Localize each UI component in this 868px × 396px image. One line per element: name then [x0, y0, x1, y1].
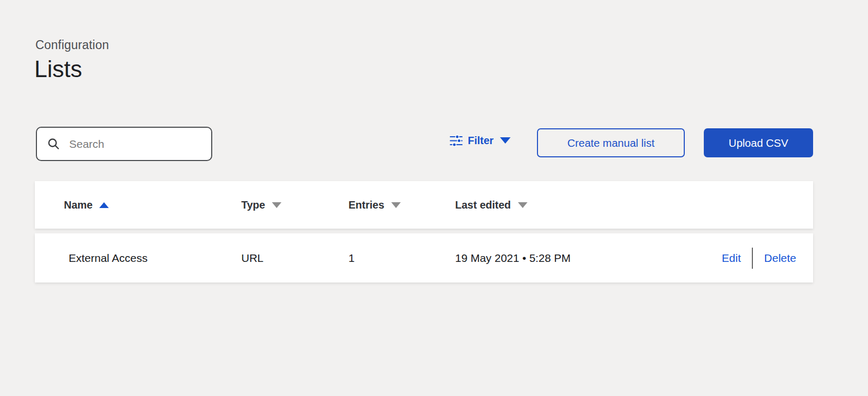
edit-link[interactable]: Edit: [722, 252, 741, 265]
list-name-cell: External Access: [64, 252, 241, 265]
column-header-entries[interactable]: Entries: [348, 199, 455, 211]
row-actions: Edit Delete: [622, 248, 796, 269]
column-header-type[interactable]: Type: [241, 199, 348, 211]
upload-csv-label: Upload CSV: [729, 137, 788, 149]
caret-down-icon: [272, 202, 281, 208]
search-box: [36, 127, 212, 161]
column-header-name-label: Name: [64, 199, 92, 211]
search-icon: [47, 137, 60, 150]
create-manual-list-label: Create manual list: [567, 137, 654, 149]
page-title: Lists: [34, 56, 82, 82]
action-divider: [752, 248, 753, 269]
column-header-entries-label: Entries: [348, 199, 384, 211]
column-header-type-label: Type: [241, 199, 265, 211]
table-row: External Access URL 1 19 May 2021 • 5:28…: [35, 233, 813, 282]
list-type-cell: URL: [241, 252, 348, 265]
caret-down-icon: [518, 202, 527, 208]
list-last-edited-cell: 19 May 2021 • 5:28 PM: [455, 252, 622, 265]
column-header-last-edited[interactable]: Last edited: [455, 199, 622, 211]
create-manual-list-button[interactable]: Create manual list: [537, 128, 685, 157]
caret-down-icon: [391, 202, 401, 208]
search-input[interactable]: [68, 137, 201, 151]
sliders-icon: [450, 135, 463, 147]
upload-csv-button[interactable]: Upload CSV: [704, 128, 813, 157]
table-header-row: Name Type Entries Last edited: [35, 181, 813, 229]
column-header-name[interactable]: Name: [64, 199, 241, 211]
caret-down-icon: [500, 137, 511, 144]
list-entries-cell: 1: [348, 252, 455, 265]
lists-configuration-page: Configuration Lists: [0, 0, 868, 396]
delete-link[interactable]: Delete: [764, 252, 796, 265]
breadcrumb: Configuration: [35, 38, 109, 52]
filter-button[interactable]: Filter: [450, 132, 511, 149]
column-header-last-edited-label: Last edited: [455, 199, 511, 211]
filter-label: Filter: [468, 135, 494, 147]
caret-up-icon: [99, 202, 109, 208]
